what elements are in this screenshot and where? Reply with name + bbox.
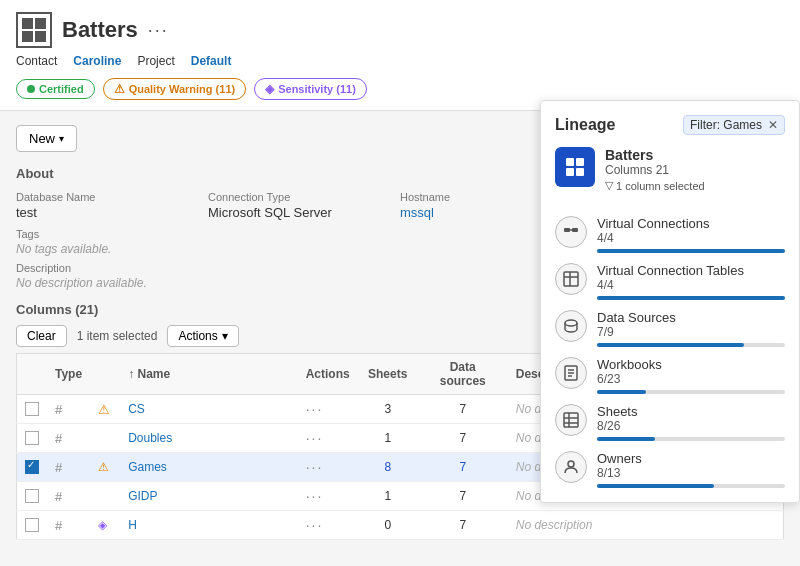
lineage-source-filter: ▽ 1 column selected bbox=[605, 179, 705, 192]
lineage-items: Virtual Connections 4/4 Virtual Connecti… bbox=[555, 216, 785, 488]
lineage-item-workbooks: Workbooks 6/23 bbox=[555, 357, 785, 394]
th-type: Type bbox=[47, 354, 90, 395]
col-name-games[interactable]: Games bbox=[128, 460, 167, 474]
warning-icon-cs: ⚠ bbox=[98, 402, 110, 417]
lineage-source-icon bbox=[555, 147, 595, 187]
lineage-filter-tag: Filter: Games ✕ bbox=[683, 115, 785, 135]
row-actions-gidp[interactable]: ··· bbox=[306, 488, 324, 504]
badge-sensitivity[interactable]: ◈ Sensitivity (11) bbox=[254, 78, 367, 100]
svg-rect-2 bbox=[566, 168, 574, 176]
project-value[interactable]: Default bbox=[191, 54, 232, 68]
table-icon bbox=[16, 12, 52, 48]
table-row: # ◈ H ··· 0 7 No description bbox=[17, 511, 784, 540]
clear-button[interactable]: Clear bbox=[16, 325, 67, 347]
about-dbname: Database Name test bbox=[16, 191, 208, 220]
filter-close-button[interactable]: ✕ bbox=[768, 118, 778, 132]
lineage-item-sheets: Sheets 8/26 bbox=[555, 404, 785, 441]
type-hash: # bbox=[55, 518, 62, 533]
header-meta: Contact Caroline Project Default bbox=[16, 54, 784, 68]
lineage-icon-table bbox=[555, 263, 587, 295]
svg-point-19 bbox=[568, 461, 574, 467]
badge-quality[interactable]: ⚠ Quality Warning (11) bbox=[103, 78, 247, 100]
quality-label: Quality Warning (11) bbox=[129, 83, 236, 95]
th-sheets: Sheets bbox=[358, 354, 418, 395]
page-title: Batters bbox=[62, 17, 138, 43]
selected-count: 1 item selected bbox=[77, 329, 158, 343]
project-label: Project bbox=[137, 54, 174, 68]
lineage-source-columns: Columns 21 bbox=[605, 163, 705, 177]
svg-point-10 bbox=[565, 320, 577, 326]
svg-rect-1 bbox=[576, 158, 584, 166]
sensitivity-icon-h: ◈ bbox=[98, 518, 107, 532]
lineage-item-datasources: Data Sources 7/9 bbox=[555, 310, 785, 347]
certified-label: Certified bbox=[39, 83, 84, 95]
lineage-item-vc-tables: Virtual Connection Tables 4/4 bbox=[555, 263, 785, 300]
th-name[interactable]: ↑ Name bbox=[120, 354, 298, 395]
row-actions-doubles[interactable]: ··· bbox=[306, 430, 324, 446]
sensitivity-label: Sensitivity (11) bbox=[278, 83, 356, 95]
row-checkbox-games[interactable] bbox=[25, 460, 39, 474]
contact-label: Contact bbox=[16, 54, 57, 68]
lineage-icon-owners bbox=[555, 451, 587, 483]
svg-rect-5 bbox=[572, 228, 578, 232]
certified-dot bbox=[27, 85, 35, 93]
lineage-item-owners: Owners 8/13 bbox=[555, 451, 785, 488]
contact-value[interactable]: Caroline bbox=[73, 54, 121, 68]
th-actions: Actions bbox=[298, 354, 358, 395]
lineage-source-info: Batters Columns 21 ▽ 1 column selected bbox=[605, 147, 705, 192]
lineage-icon-workbook bbox=[555, 357, 587, 389]
lineage-source: Batters Columns 21 ▽ 1 column selected bbox=[555, 147, 785, 202]
new-button[interactable]: New ▾ bbox=[16, 125, 77, 152]
col-name-cs[interactable]: CS bbox=[128, 402, 145, 416]
row-checkbox-doubles[interactable] bbox=[25, 431, 39, 445]
new-button-label: New bbox=[29, 131, 55, 146]
th-datasources: Data sources bbox=[418, 354, 508, 395]
type-hash: # bbox=[55, 402, 62, 417]
actions-button[interactable]: Actions ▾ bbox=[167, 325, 238, 347]
th-icon bbox=[90, 354, 120, 395]
lineage-source-name: Batters bbox=[605, 147, 705, 163]
lineage-icon-connection bbox=[555, 216, 587, 248]
lineage-item-virtual-connections: Virtual Connections 4/4 bbox=[555, 216, 785, 253]
sensitivity-icon: ◈ bbox=[265, 82, 274, 96]
quality-icon: ⚠ bbox=[114, 82, 125, 96]
new-dropdown-arrow: ▾ bbox=[59, 133, 64, 144]
lineage-header: Lineage Filter: Games ✕ bbox=[555, 115, 785, 135]
th-check bbox=[17, 354, 48, 395]
svg-rect-7 bbox=[564, 272, 578, 286]
header: Batters ··· Contact Caroline Project Def… bbox=[0, 0, 800, 111]
col-name-doubles[interactable]: Doubles bbox=[128, 431, 172, 445]
lineage-panel: Lineage Filter: Games ✕ Batters Columns … bbox=[540, 100, 800, 503]
svg-rect-15 bbox=[564, 413, 578, 427]
row-actions-h[interactable]: ··· bbox=[306, 517, 324, 533]
lineage-title: Lineage bbox=[555, 116, 615, 134]
actions-arrow: ▾ bbox=[222, 329, 228, 343]
svg-rect-0 bbox=[566, 158, 574, 166]
actions-label: Actions bbox=[178, 329, 217, 343]
row-checkbox-h[interactable] bbox=[25, 518, 39, 532]
about-conntype: Connection Type Microsoft SQL Server bbox=[208, 191, 400, 220]
main-content: Batters ··· Contact Caroline Project Def… bbox=[0, 0, 800, 566]
col-name-gidp[interactable]: GIDP bbox=[128, 489, 157, 503]
badge-certified[interactable]: Certified bbox=[16, 79, 95, 99]
type-hash: # bbox=[55, 431, 62, 446]
row-actions-games[interactable]: ··· bbox=[306, 459, 324, 475]
more-menu-button[interactable]: ··· bbox=[148, 20, 169, 41]
type-hash: # bbox=[55, 460, 62, 475]
lineage-icon-sheet bbox=[555, 404, 587, 436]
row-checkbox-cs[interactable] bbox=[25, 402, 39, 416]
badges-row: Certified ⚠ Quality Warning (11) ◈ Sensi… bbox=[16, 78, 784, 100]
svg-rect-3 bbox=[576, 168, 584, 176]
svg-rect-4 bbox=[564, 228, 570, 232]
filter-label: Filter: Games bbox=[690, 118, 762, 132]
quality-icon-games: ⚠ bbox=[98, 460, 109, 474]
row-actions-cs[interactable]: ··· bbox=[306, 401, 324, 417]
type-hash: # bbox=[55, 489, 62, 504]
col-name-h[interactable]: H bbox=[128, 518, 137, 532]
lineage-icon-datasource bbox=[555, 310, 587, 342]
filter-funnel-icon: ▽ bbox=[605, 179, 613, 192]
row-checkbox-gidp[interactable] bbox=[25, 489, 39, 503]
